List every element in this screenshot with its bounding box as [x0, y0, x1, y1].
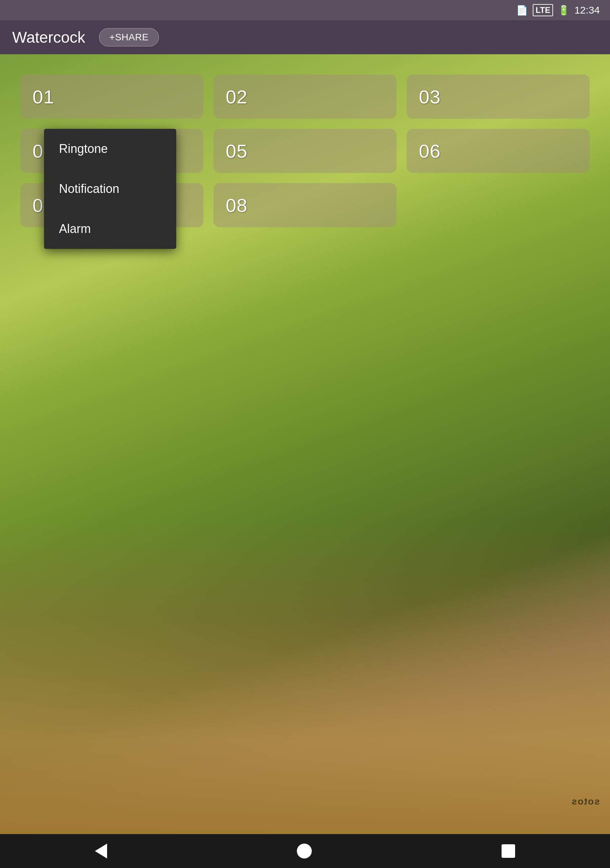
home-button[interactable] — [297, 843, 312, 859]
app-title: Watercock — [12, 28, 85, 46]
status-time: 12:34 — [574, 5, 600, 16]
top-bar: Watercock +SHARE — [0, 20, 610, 54]
share-button[interactable]: +SHARE — [99, 28, 159, 46]
home-icon — [297, 843, 312, 859]
sound-button-01[interactable]: 01 — [20, 74, 203, 119]
watermark: sotos — [571, 796, 600, 807]
menu-item-alarm[interactable]: Alarm — [44, 209, 176, 249]
sound-button-02[interactable]: 02 — [214, 74, 396, 119]
recent-button[interactable] — [502, 844, 515, 858]
file-icon: 📄 — [516, 5, 528, 16]
main-content: 01 02 03 04 05 06 07 08 Ringtone Notific… — [0, 54, 610, 834]
sound-button-05[interactable]: 05 — [214, 129, 396, 173]
back-icon — [95, 843, 107, 859]
sound-button-06[interactable]: 06 — [407, 129, 590, 173]
nav-bar — [0, 834, 610, 868]
context-menu: Ringtone Notification Alarm — [44, 129, 176, 249]
recent-icon — [502, 844, 515, 858]
battery-icon: 🔋 — [558, 5, 570, 16]
menu-item-ringtone[interactable]: Ringtone — [44, 129, 176, 169]
back-button[interactable] — [95, 843, 107, 859]
sound-button-03[interactable]: 03 — [407, 74, 590, 119]
menu-item-notification[interactable]: Notification — [44, 169, 176, 209]
sound-button-08[interactable]: 08 — [214, 183, 396, 227]
lte-label: LTE — [533, 4, 553, 16]
status-bar: 📄 LTE 🔋 12:34 — [0, 0, 610, 20]
